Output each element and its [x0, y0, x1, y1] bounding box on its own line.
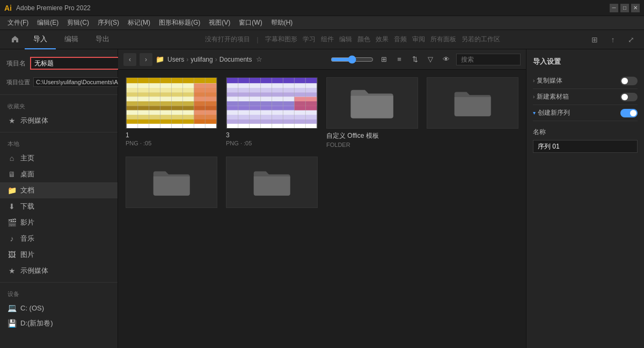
search-input[interactable] — [456, 54, 521, 65]
grid-view-button[interactable]: ⊞ — [377, 53, 391, 66]
top-nav: 导入 编辑 导出 没有打开的项目 | 字幕和图形 学习 组件 编辑 颜色 效果 … — [0, 30, 644, 49]
desktop-icon: 🖥 — [8, 170, 16, 179]
close-button[interactable]: ✕ — [631, 4, 640, 12]
menu-clip[interactable]: 剪辑(C) — [63, 16, 93, 30]
section-devices-label: 设备 — [0, 286, 118, 300]
list-view-button[interactable]: ≡ — [392, 53, 406, 66]
sidebar-divider-1 — [0, 94, 118, 95]
sidebar: 项目名 项目位置 C:\Users\yulifang\Documents\Ado… — [0, 49, 118, 348]
breadcrumb-users[interactable]: Users — [167, 56, 184, 63]
breadcrumb-yulifang[interactable]: yulifang — [191, 56, 213, 63]
file-item-empty3[interactable] — [226, 157, 318, 208]
project-name-row: 项目名 — [0, 55, 118, 72]
maximize-button[interactable]: □ — [620, 4, 629, 12]
star-icon-2: ★ — [8, 266, 16, 275]
copy-media-toggle[interactable] — [620, 77, 638, 85]
new-bin-toggle[interactable] — [620, 93, 638, 101]
project-name-input[interactable] — [30, 57, 119, 70]
file-meta-1: PNG · :05 — [126, 140, 217, 146]
title-bar: Ai Adobe Premiere Pro 2022 ─ □ ✕ — [0, 0, 644, 16]
path-forward-button[interactable]: › — [140, 53, 152, 66]
sequence-name-input[interactable] — [533, 140, 638, 153]
menu-edit[interactable]: 编辑(E) — [33, 16, 63, 30]
sidebar-item-documents[interactable]: 📁 文档 — [0, 182, 118, 198]
file-name-3: 3 — [226, 131, 318, 139]
copy-media-label: › 复制媒体 — [533, 76, 562, 85]
filter-button[interactable]: ▽ — [423, 53, 437, 66]
app-title: Adobe Premiere Pro 2022 — [16, 4, 610, 12]
sidebar-item-desktop[interactable]: 🖥 桌面 — [0, 166, 118, 182]
new-bin-label: › 新建素材箱 — [533, 92, 569, 101]
create-sequence-toggle[interactable] — [620, 109, 638, 117]
breadcrumb-star-icon[interactable]: ☆ — [256, 55, 262, 63]
chevron-icon-1: › — [533, 78, 535, 84]
sidebar-item-home[interactable]: ⌂ 主页 — [0, 150, 118, 166]
project-location-label: 项目位置 — [6, 78, 30, 86]
movie-icon: 🎬 — [8, 218, 16, 227]
file-thumb-1 — [126, 77, 217, 129]
path-toolbar: ⊞ ≡ ⇅ ▽ 👁 — [377, 53, 453, 66]
menu-help[interactable]: 帮助(H) — [267, 16, 297, 30]
file-meta-3: PNG · :05 — [226, 140, 318, 146]
chevron-icon-2: › — [533, 94, 535, 100]
panel-section-settings: › 复制媒体 › 新建素材箱 ▾ 创建新序列 — [533, 73, 638, 121]
file-item-empty2[interactable] — [126, 157, 217, 208]
music-icon: ♪ — [8, 234, 16, 243]
menu-sequence[interactable]: 序列(S) — [93, 16, 123, 30]
sort-button[interactable]: ⇅ — [408, 53, 422, 66]
nav-grid-icon[interactable]: ⊞ — [587, 32, 602, 47]
path-folder-icon: 📁 — [156, 55, 164, 63]
path-back-button[interactable]: ‹ — [123, 53, 136, 66]
sidebar-item-music[interactable]: ♪ 音乐 — [0, 231, 118, 247]
sidebar-item-downloads[interactable]: ⬇ 下载 — [0, 198, 118, 214]
breadcrumb-documents[interactable]: Documents — [219, 56, 252, 63]
nav-center: 没有打开的项目 | 字幕和图形 学习 组件 编辑 颜色 效果 音频 审阅 所有面… — [118, 35, 587, 44]
file-item-empty1[interactable] — [427, 77, 518, 148]
sidebar-item-d-drive[interactable]: 💾 D:(新加卷) — [0, 315, 118, 331]
visibility-button[interactable]: 👁 — [439, 53, 453, 66]
sidebar-item-pictures[interactable]: 🖼 图片 — [0, 247, 118, 263]
menu-view[interactable]: 视图(V) — [204, 16, 235, 30]
file-item-folder[interactable]: 自定义 Office 模板 FOLDER — [326, 77, 418, 148]
nav-share-icon[interactable]: ↑ — [605, 32, 620, 47]
project-name-label: 项目名 — [6, 59, 26, 68]
menu-marker[interactable]: 标记(M) — [123, 16, 155, 30]
home-icon: ⌂ — [8, 154, 16, 162]
project-location-row: 项目位置 C:\Users\yulifang\Documents\Adobe\P… — [0, 75, 118, 89]
sidebar-divider-2 — [0, 132, 118, 132]
main-layout: 项目名 项目位置 C:\Users\yulifang\Documents\Ado… — [0, 49, 644, 348]
panel-row-create-sequence: ▾ 创建新序列 — [533, 105, 638, 121]
tab-export[interactable]: 导出 — [87, 30, 118, 49]
window-controls: ─ □ ✕ — [610, 4, 640, 12]
menu-graphics[interactable]: 图形和标题(G) — [155, 16, 204, 30]
file-name-1: 1 — [126, 131, 217, 139]
drive-icon-c: 💻 — [8, 303, 16, 312]
menu-bar: 文件(F) 编辑(E) 剪辑(C) 序列(S) 标记(M) 图形和标题(G) 视… — [0, 16, 644, 30]
file-item-1[interactable]: 1 PNG · :05 — [126, 77, 217, 148]
breadcrumb: Users › yulifang › Documents ☆ — [167, 55, 262, 63]
panel-row-copy-media: › 复制媒体 — [533, 73, 638, 89]
menu-window[interactable]: 窗口(W) — [235, 16, 266, 30]
sidebar-item-c-drive[interactable]: 💻 C: (OS) — [0, 300, 118, 315]
drive-icon-d: 💾 — [8, 319, 16, 328]
nav-expand-icon[interactable]: ⤢ — [624, 32, 639, 47]
tab-import[interactable]: 导入 — [25, 30, 56, 49]
chevron-icon-3: ▾ — [533, 110, 536, 116]
tab-edit[interactable]: 编辑 — [56, 30, 87, 49]
menu-file[interactable]: 文件(F) — [3, 16, 33, 30]
file-thumb-folder — [326, 77, 418, 129]
sidebar-item-movies[interactable]: 🎬 影片 — [0, 214, 118, 231]
file-item-3[interactable]: 3 PNG · :05 — [226, 77, 318, 148]
section-favorites-label: 收藏夹 — [0, 98, 118, 113]
path-bar: ‹ › 📁 Users › yulifang › Documents ☆ ⊞ ≡… — [118, 49, 526, 70]
nav-right: ⊞ ↑ ⤢ — [587, 32, 639, 47]
file-grid: 1 PNG · :05 — [118, 70, 526, 348]
minimize-button[interactable]: ─ — [610, 4, 618, 12]
file-meta-folder: FOLDER — [326, 142, 418, 148]
zoom-slider[interactable] — [331, 55, 374, 64]
nav-icon-home[interactable] — [5, 30, 25, 49]
sidebar-item-sample-media[interactable]: ★ 示例媒体 — [0, 263, 118, 279]
create-sequence-label: ▾ 创建新序列 — [533, 108, 570, 117]
no-project-text: 没有打开的项目 — [205, 35, 250, 44]
sidebar-item-sample-media-fav[interactable]: ★ 示例媒体 — [0, 113, 118, 129]
